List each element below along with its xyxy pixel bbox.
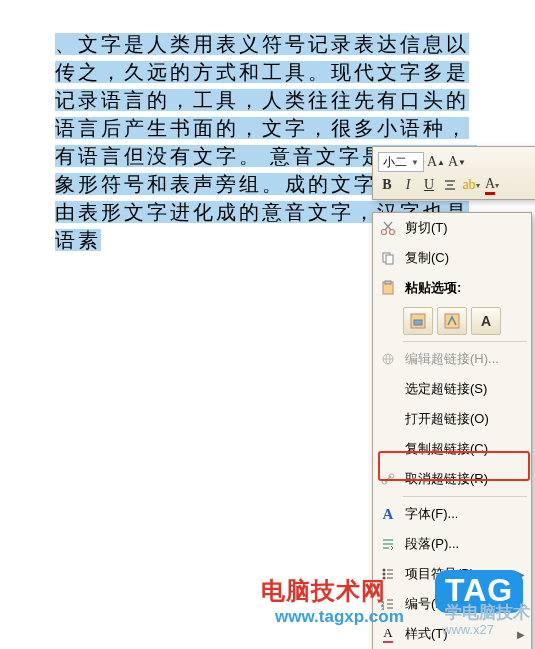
menu-label: 剪切(T) [405,219,525,237]
font-color-button[interactable]: A▾ [483,176,501,194]
menu-cut[interactable]: 剪切(T) [373,213,531,243]
blank-icon [377,380,399,398]
watermark-site-zh: 电脑技术网 [261,575,386,607]
globe-link-icon [377,350,399,368]
menu-copy[interactable]: 复制(C) [373,243,531,273]
svg-rect-12 [414,320,422,325]
mini-toolbar: 小二 ▼ A▲ A▼ B I U ab▾ A▾ [372,146,535,200]
menu-label: 复制超链接(C) [405,440,525,458]
scissors-icon [377,219,399,237]
svg-rect-18 [389,474,394,478]
menu-separator [403,341,527,342]
menu-label: 选定超链接(S) [405,380,525,398]
clipboard-icon [377,279,399,297]
styles-icon: A [377,625,399,643]
italic-button[interactable]: I [399,176,417,194]
svg-rect-8 [386,255,393,264]
highlight-button[interactable]: ab▾ [462,176,480,194]
menu-select-hyperlink[interactable]: 选定超链接(S) [373,374,531,404]
menu-paste-heading: 粘贴选项: [373,273,531,303]
font-a-icon: A [377,505,399,523]
unlink-icon [377,470,399,488]
paste-text-only-button[interactable]: A [471,307,501,335]
svg-line-5 [385,222,392,230]
menu-label: 复制(C) [405,249,525,267]
font-size-select[interactable]: 小二 ▼ [378,152,424,172]
copy-icon [377,249,399,267]
menu-label: 字体(F)... [405,505,525,523]
bold-button[interactable]: B [378,176,396,194]
paste-keep-source-button[interactable] [403,307,433,335]
svg-point-4 [390,230,395,235]
paragraph-icon [377,535,399,553]
paste-options-row: A [373,303,531,339]
blank-icon [377,440,399,458]
menu-open-hyperlink[interactable]: 打开超链接(O) [373,404,531,434]
svg-point-3 [382,230,387,235]
menu-font[interactable]: A 字体(F)... [373,499,531,529]
svg-rect-10 [385,281,391,284]
menu-paragraph[interactable]: 段落(P)... [373,529,531,559]
watermark-site-zh2: 学电脑技术 [445,601,530,624]
blank-icon [377,410,399,428]
watermark-url-secondary: www.x27 [442,622,494,637]
menu-label: 段落(P)... [405,535,525,553]
svg-rect-17 [382,480,387,484]
menu-remove-hyperlink[interactable]: 取消超链接(R) [373,464,531,494]
menu-label: 取消超链接(R) [405,470,525,488]
center-align-button[interactable] [441,176,459,194]
font-size-value: 小二 [383,154,407,171]
menu-label: 编辑超链接(H)... [405,350,525,368]
menu-edit-hyperlink[interactable]: 编辑超链接(H)... [373,344,531,374]
shrink-font-button[interactable]: A▼ [448,153,466,171]
underline-button[interactable]: U [420,176,438,194]
svg-line-6 [384,222,391,230]
svg-point-22 [383,569,386,572]
menu-copy-hyperlink[interactable]: 复制超链接(C) [373,434,531,464]
chevron-down-icon: ▼ [411,158,419,167]
grow-font-button[interactable]: A▲ [427,153,445,171]
menu-label: 粘贴选项: [405,279,525,297]
menu-label: 打开超链接(O) [405,410,525,428]
menu-separator [403,496,527,497]
paste-merge-button[interactable] [437,307,467,335]
chevron-right-icon: ▶ [517,629,525,640]
watermark-url-primary: www.tagxp.com [275,607,404,627]
